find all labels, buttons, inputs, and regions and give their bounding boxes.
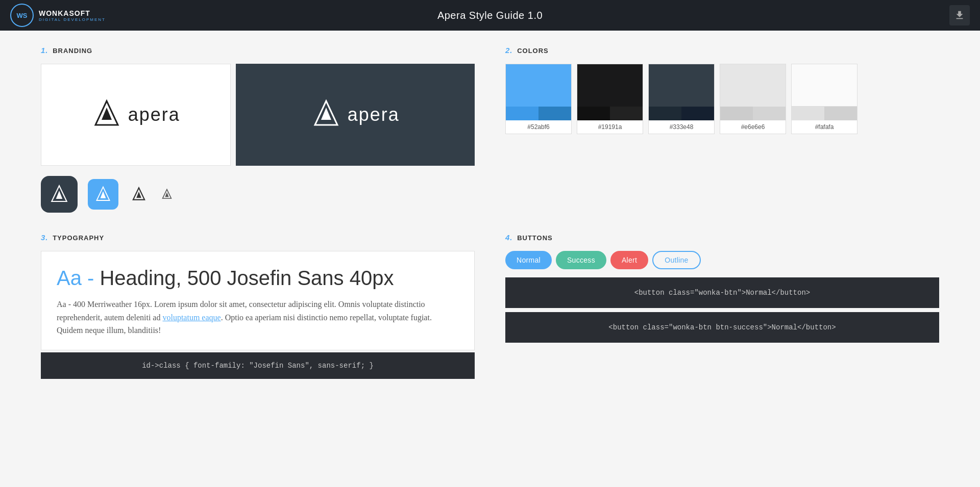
typography-heading-text: Heading, 500 Josefin Sans 40px xyxy=(100,267,394,289)
apera-icon-svg-light xyxy=(91,98,122,129)
typography-box: Aa - Heading, 500 Josefin Sans 40px Aa -… xyxy=(41,251,475,350)
download-button[interactable] xyxy=(949,5,970,25)
top-section: 1. BRANDING apera xyxy=(41,46,939,213)
color-label-navy: #333e48 xyxy=(649,120,714,134)
logo-wonkasoft: WONKASOFT xyxy=(39,9,106,17)
typography-heading: Aa - Heading, 500 Josefin Sans 40px xyxy=(57,267,459,290)
buttons-row: Normal Success Alert Outline xyxy=(505,251,939,269)
logo-sub: DIGITAL DEVELOPMENT xyxy=(39,17,106,22)
typography-label: TYPOGRAPHY xyxy=(53,234,104,242)
header: WS WONKASOFT DIGITAL DEVELOPMENT Apera S… xyxy=(0,0,980,31)
color-swatch-sub1-navy xyxy=(649,107,681,121)
color-swatch-sub2-white xyxy=(824,107,857,121)
apera-wordmark-dark: apera xyxy=(348,104,400,125)
color-swatch-sub-blue xyxy=(506,107,571,121)
svg-marker-7 xyxy=(101,191,106,198)
branding-section: 1. BRANDING apera xyxy=(41,46,475,213)
color-swatch-sub1-dark xyxy=(577,107,610,121)
apera-logo-dark: apera xyxy=(311,98,400,131)
color-label-lightgray: #e6e6e6 xyxy=(720,120,786,134)
colors-num: 2. xyxy=(505,46,513,55)
logo-ws-text: WS xyxy=(17,12,28,19)
color-swatch-main-blue xyxy=(506,64,571,107)
color-swatch-main-white xyxy=(792,64,857,107)
svg-marker-5 xyxy=(56,191,63,199)
icon-variant-small xyxy=(159,187,175,202)
color-swatch-lightgray xyxy=(720,64,786,120)
color-swatch-blue xyxy=(506,64,571,120)
typography-code: id->class { font-family: "Josefin Sans",… xyxy=(53,362,462,370)
colors-title: 2. COLORS xyxy=(505,46,939,55)
branding-label: BRANDING xyxy=(53,47,92,55)
apera-logo-light: apera xyxy=(91,98,180,131)
btn-outline[interactable]: Outline xyxy=(652,251,700,269)
color-swatch-sub-dark xyxy=(577,107,643,121)
color-swatch-sub2-lightgray xyxy=(753,107,786,121)
color-swatch-navy xyxy=(649,64,714,120)
color-card-navy: #333e48 xyxy=(648,64,715,134)
apera-wordmark-light: apera xyxy=(128,104,180,125)
color-swatch-dark xyxy=(577,64,643,120)
branding-title: 1. BRANDING xyxy=(41,46,475,55)
color-swatch-sub-navy xyxy=(649,107,714,121)
branding-num: 1. xyxy=(41,46,48,55)
button-code-normal-text: <button class="wonka-btn">Normal</button… xyxy=(518,289,927,297)
color-label-blue: #52abf6 xyxy=(506,120,571,134)
typography-code-box: id->class { font-family: "Josefin Sans",… xyxy=(41,352,475,379)
color-swatch-sub1-white xyxy=(792,107,824,121)
button-code-success: <button class="wonka-btn btn-success">No… xyxy=(505,312,939,343)
typography-heading-prefix: Aa - xyxy=(57,267,94,289)
button-code-success-text: <button class="wonka-btn btn-success">No… xyxy=(518,323,927,331)
color-swatch-sub2-blue xyxy=(538,107,571,121)
color-label-white: #fafafa xyxy=(792,120,857,134)
apera-icon-light xyxy=(91,98,122,131)
buttons-label: BUTTONS xyxy=(517,234,553,242)
logo-text-block: WONKASOFT DIGITAL DEVELOPMENT xyxy=(39,9,106,22)
color-card-white: #fafafa xyxy=(791,64,857,134)
typography-body: Aa - 400 Merriweather 16px. Lorem ipsum … xyxy=(57,298,459,337)
main-content: 1. BRANDING apera xyxy=(0,31,980,394)
color-swatch-sub-white xyxy=(792,107,857,121)
logo-dark-box: apera xyxy=(236,64,475,166)
color-swatch-sub-lightgray xyxy=(720,107,786,121)
btn-normal[interactable]: Normal xyxy=(505,251,552,269)
color-swatch-white xyxy=(792,64,857,120)
typography-section: 3. TYPOGRAPHY Aa - Heading, 500 Josefin … xyxy=(41,233,475,379)
icon-var3-svg xyxy=(131,186,147,202)
apera-icon-dark xyxy=(311,98,341,131)
icon-var4-svg xyxy=(161,188,173,200)
icon-variant-medium xyxy=(129,184,149,204)
color-swatch-sub2-dark xyxy=(610,107,643,121)
icon-var2-svg xyxy=(94,185,112,203)
color-swatch-sub2-navy xyxy=(681,107,714,121)
colors-row: #52abf6 #19191a xyxy=(505,64,939,134)
apera-icon-svg-dark xyxy=(311,98,341,129)
buttons-section: 4. BUTTONS Normal Success Alert Outline … xyxy=(505,233,939,345)
btn-success[interactable]: Success xyxy=(556,251,606,269)
icon-variant-blue xyxy=(88,179,118,210)
logo-white-box: apera xyxy=(41,64,231,166)
typography-num: 3. xyxy=(41,233,48,242)
color-swatch-main-dark xyxy=(577,64,643,107)
logo-circle: WS xyxy=(10,4,34,27)
color-swatch-main-lightgray xyxy=(720,64,786,107)
typography-title: 3. TYPOGRAPHY xyxy=(41,233,475,242)
bottom-section: 3. TYPOGRAPHY Aa - Heading, 500 Josefin … xyxy=(41,233,939,379)
buttons-num: 4. xyxy=(505,233,513,242)
branding-logos: apera apera xyxy=(41,64,475,166)
color-card-lightgray: #e6e6e6 xyxy=(720,64,786,134)
icon-var1-svg xyxy=(48,184,70,205)
color-swatch-sub1-blue xyxy=(506,107,538,121)
logo: WS WONKASOFT DIGITAL DEVELOPMENT xyxy=(10,4,106,27)
page-title: Apera Style Guide 1.0 xyxy=(437,10,543,21)
color-card-dark: #19191a xyxy=(577,64,643,134)
color-swatch-sub1-lightgray xyxy=(720,107,753,121)
buttons-title: 4. BUTTONS xyxy=(505,233,939,242)
colors-label: COLORS xyxy=(517,47,549,55)
btn-alert[interactable]: Alert xyxy=(610,251,648,269)
icon-variants xyxy=(41,176,475,213)
color-label-dark: #19191a xyxy=(577,120,643,134)
colors-section: 2. COLORS #52abf6 xyxy=(505,46,939,213)
color-swatch-main-navy xyxy=(649,64,714,107)
typography-body-link[interactable]: voluptatum eaque xyxy=(162,313,220,322)
